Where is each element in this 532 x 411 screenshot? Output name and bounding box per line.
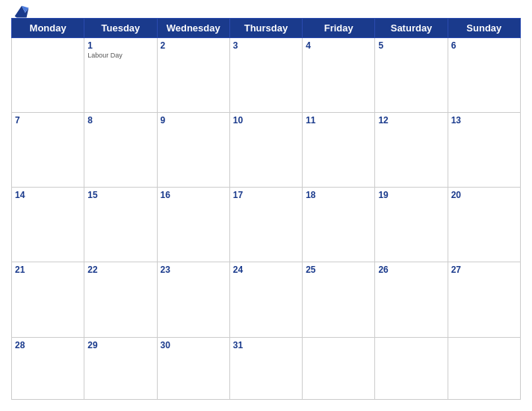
day-number: 15 — [87, 190, 153, 200]
day-number: 19 — [378, 190, 444, 200]
day-number: 26 — [378, 265, 444, 275]
calendar-day-cell: 2 — [157, 38, 229, 113]
day-number: 1 — [87, 40, 153, 51]
day-number: 6 — [451, 40, 517, 51]
calendar-day-cell — [448, 337, 520, 400]
logo — [11, 2, 34, 23]
day-number: 18 — [306, 190, 371, 200]
calendar-day-cell: 31 — [229, 337, 302, 400]
calendar-day-cell: 30 — [157, 337, 229, 400]
calendar-day-cell: 1Labour Day — [84, 38, 157, 113]
day-number: 7 — [15, 115, 81, 126]
calendar-week-row: 14151617181920 — [12, 188, 521, 262]
calendar-week-row: 28293031 — [12, 337, 521, 400]
calendar-day-cell: 11 — [303, 113, 375, 188]
weekday-header-thursday: Thursday — [229, 19, 302, 38]
calendar-day-cell: 7 — [12, 113, 84, 188]
weekday-header-row: MondayTuesdayWednesdayThursdayFridaySatu… — [12, 19, 521, 38]
day-number: 27 — [451, 265, 517, 275]
day-number: 24 — [233, 265, 299, 275]
calendar-day-cell: 23 — [157, 262, 229, 337]
calendar-day-cell: 4 — [303, 38, 375, 113]
calendar-day-cell — [303, 337, 375, 400]
day-number: 30 — [161, 340, 226, 350]
calendar-day-cell: 5 — [375, 38, 448, 113]
calendar-day-cell: 29 — [84, 337, 157, 400]
calendar-week-row: 1Labour Day23456 — [12, 38, 521, 113]
day-number: 31 — [233, 340, 299, 350]
calendar-day-cell: 18 — [303, 188, 375, 262]
day-number: 3 — [233, 40, 299, 51]
calendar-day-cell — [12, 38, 84, 113]
calendar-day-cell: 17 — [229, 188, 302, 262]
calendar-day-cell: 12 — [375, 113, 448, 188]
day-number: 29 — [87, 340, 153, 350]
day-number: 20 — [451, 190, 517, 200]
calendar-day-cell: 13 — [448, 113, 520, 188]
calendar-day-cell: 28 — [12, 337, 84, 400]
day-number: 28 — [15, 340, 81, 350]
calendar-day-cell: 14 — [12, 188, 84, 262]
day-number: 17 — [233, 190, 299, 200]
calendar-day-cell: 9 — [157, 113, 229, 188]
calendar-day-cell: 25 — [303, 262, 375, 337]
day-number: 8 — [87, 115, 153, 126]
calendar-week-row: 21222324252627 — [12, 262, 521, 337]
day-number: 21 — [15, 265, 81, 275]
weekday-header-saturday: Saturday — [375, 19, 448, 38]
calendar-day-cell: 15 — [84, 188, 157, 262]
calendar-table: MondayTuesdayWednesdayThursdayFridaySatu… — [11, 18, 521, 400]
day-number: 13 — [451, 115, 517, 126]
calendar-day-cell: 6 — [448, 38, 520, 113]
calendar-day-cell: 26 — [375, 262, 448, 337]
weekday-header-tuesday: Tuesday — [84, 19, 157, 38]
calendar-header — [11, 7, 521, 18]
calendar-day-cell: 22 — [84, 262, 157, 337]
calendar-day-cell: 27 — [448, 262, 520, 337]
day-number: 22 — [87, 265, 153, 275]
calendar-day-cell: 16 — [157, 188, 229, 262]
day-number: 25 — [306, 265, 371, 275]
calendar-week-row: 78910111213 — [12, 113, 521, 188]
calendar-day-cell: 21 — [12, 262, 84, 337]
weekday-header-friday: Friday — [303, 19, 375, 38]
calendar-day-cell — [375, 337, 448, 400]
day-number: 14 — [15, 190, 81, 200]
day-number: 2 — [161, 40, 226, 51]
calendar-day-cell: 20 — [448, 188, 520, 262]
calendar-day-cell: 24 — [229, 262, 302, 337]
day-number: 12 — [378, 115, 444, 126]
calendar-day-cell: 19 — [375, 188, 448, 262]
day-number: 11 — [306, 115, 371, 126]
day-number: 23 — [161, 265, 226, 275]
calendar-day-cell: 3 — [229, 38, 302, 113]
calendar-day-cell: 8 — [84, 113, 157, 188]
day-number: 16 — [161, 190, 226, 200]
day-number: 9 — [161, 115, 226, 126]
weekday-header-wednesday: Wednesday — [157, 19, 229, 38]
weekday-header-sunday: Sunday — [448, 19, 520, 38]
calendar-day-cell: 10 — [229, 113, 302, 188]
day-number: 4 — [306, 40, 371, 51]
day-number: 5 — [378, 40, 444, 51]
holiday-label: Labour Day — [87, 52, 153, 59]
day-number: 10 — [233, 115, 299, 126]
